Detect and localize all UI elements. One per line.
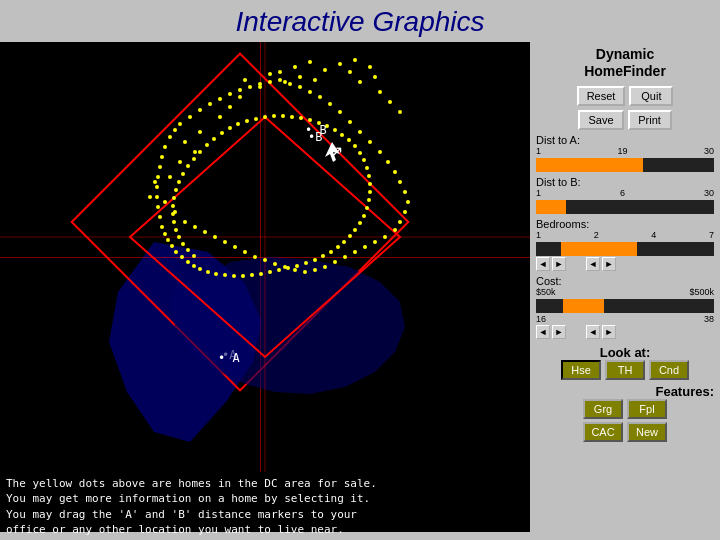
- look-at-hse[interactable]: Hse: [561, 360, 601, 380]
- bedrooms-track[interactable]: [536, 242, 714, 256]
- dist-b-track[interactable]: [536, 200, 714, 214]
- bedrooms-arrows: ◄ ► ◄ ►: [536, 257, 714, 271]
- features-label: Features:: [536, 384, 714, 399]
- cost-fill: [563, 299, 604, 313]
- dist-a-max: 30: [704, 146, 714, 156]
- bedrooms-max: 7: [709, 230, 714, 240]
- bedrooms-fill: [561, 242, 638, 256]
- bedrooms-post: [637, 242, 714, 256]
- look-at-th[interactable]: TH: [605, 360, 645, 380]
- dist-b-val: 6: [620, 188, 625, 198]
- cost-max-label: $500k: [689, 287, 714, 297]
- cost-track[interactable]: [536, 299, 714, 313]
- text-line-4: office or any other location you want to…: [6, 522, 524, 537]
- dist-a-min: 1: [536, 146, 541, 156]
- cost-post: [604, 299, 714, 313]
- text-line-2: You may get more information on a home b…: [6, 491, 524, 506]
- look-at-cnd[interactable]: Cnd: [649, 360, 689, 380]
- dist-a-section: Dist to A: 1 19 30: [536, 134, 714, 172]
- feature-grg[interactable]: Grg: [583, 399, 623, 419]
- map-canvas: [0, 42, 530, 472]
- cost-left-arrow2[interactable]: ◄: [586, 325, 600, 339]
- cost-min-label: $50k: [536, 287, 556, 297]
- bottom-text-area: The yellow dots above are homes in the D…: [0, 472, 530, 532]
- dist-a-val: 19: [617, 146, 627, 156]
- right-panel: Dynamic HomeFinder Reset Quit Save Print…: [530, 42, 720, 532]
- bedrooms-right-arrow[interactable]: ►: [552, 257, 566, 271]
- bedrooms-val1: 2: [594, 230, 599, 240]
- feature-cac[interactable]: CAC: [583, 422, 623, 442]
- cost-pre: [536, 299, 563, 313]
- reset-button[interactable]: Reset: [577, 86, 626, 106]
- cost-val2: 38: [704, 314, 714, 324]
- bedrooms-left-arrow2[interactable]: ◄: [586, 257, 600, 271]
- dist-b-fill: [536, 200, 566, 214]
- look-at-label: Look at:: [536, 345, 714, 360]
- app-title: Dynamic HomeFinder: [536, 46, 714, 80]
- look-at-buttons: Hse TH Cnd: [536, 360, 714, 380]
- feature-fpl[interactable]: Fpl: [627, 399, 667, 419]
- cost-val1: 16: [536, 314, 546, 324]
- text-line-3: You may drag the 'A' and 'B' distance ma…: [6, 507, 524, 522]
- features-row2: CAC New: [536, 422, 714, 442]
- bedrooms-section: Bedrooms: 1 2 4 7 ◄ ► ◄ ►: [536, 218, 714, 271]
- features-section: Features: Grg Fpl CAC New: [536, 384, 714, 442]
- page-title: Interactive Graphics: [0, 0, 720, 42]
- cost-left-arrow[interactable]: ◄: [536, 325, 550, 339]
- dist-a-remaining: [643, 158, 714, 172]
- cost-arrows: ◄ ► ◄ ►: [536, 325, 714, 339]
- dist-a-track[interactable]: [536, 158, 714, 172]
- bedrooms-left-arrow[interactable]: ◄: [536, 257, 550, 271]
- cost-label: Cost:: [536, 275, 714, 287]
- bedrooms-min: 1: [536, 230, 541, 240]
- look-at-section: Look at: Hse TH Cnd: [536, 343, 714, 380]
- bedrooms-pre: [536, 242, 561, 256]
- bedrooms-label: Bedrooms:: [536, 218, 714, 230]
- print-button[interactable]: Print: [628, 110, 672, 130]
- bedrooms-right-arrow2[interactable]: ►: [602, 257, 616, 271]
- cost-right-arrow2[interactable]: ►: [602, 325, 616, 339]
- dist-a-fill: [536, 158, 643, 172]
- save-button[interactable]: Save: [578, 110, 623, 130]
- text-line-1: The yellow dots above are homes in the D…: [6, 476, 524, 491]
- features-row1: Grg Fpl: [536, 399, 714, 419]
- map-area[interactable]: B ↗ A: [0, 42, 530, 472]
- bedrooms-val2: 4: [651, 230, 656, 240]
- dist-b-min: 1: [536, 188, 541, 198]
- second-button-row: Save Print: [536, 110, 714, 130]
- dist-a-label: Dist to A:: [536, 134, 714, 146]
- cost-right-arrow[interactable]: ►: [552, 325, 566, 339]
- dist-b-max: 30: [704, 188, 714, 198]
- feature-new[interactable]: New: [627, 422, 667, 442]
- dist-b-label: Dist to B:: [536, 176, 714, 188]
- dist-b-section: Dist to B: 1 6 30: [536, 176, 714, 214]
- dist-b-remaining: [566, 200, 714, 214]
- top-button-row: Reset Quit: [536, 86, 714, 106]
- cost-section: Cost: $50k $500k 16 38 ◄ ► ◄ ►: [536, 275, 714, 339]
- quit-button[interactable]: Quit: [629, 86, 673, 106]
